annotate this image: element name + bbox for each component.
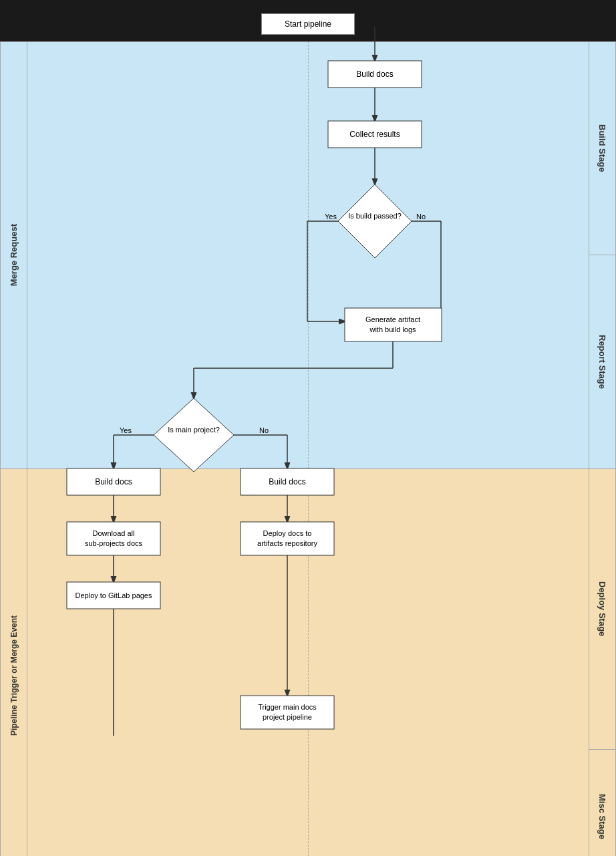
pipeline-trigger-label: Pipeline Trigger or Merge Event [7,613,21,738]
build-stage-label: Build Stage [597,124,607,172]
report-stage-label: Report Stage [597,335,607,389]
misc-stage-label: Misc Stage [597,794,607,839]
deploy-stage-label: Deploy Stage [597,581,607,636]
merge-request-label: Merge Request [9,224,19,286]
start-pipeline-label: Start pipeline [285,19,331,29]
start-pipeline-box: Start pipeline [261,13,355,35]
